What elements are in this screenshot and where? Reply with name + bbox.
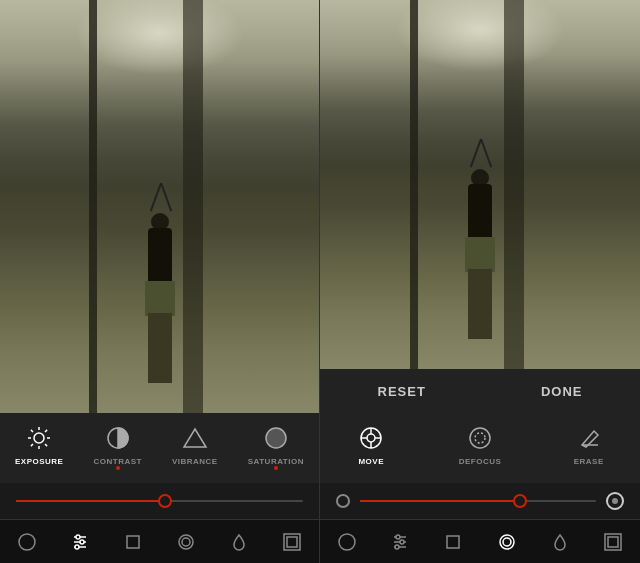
svg-point-12 bbox=[19, 534, 35, 550]
tool-erase[interactable]: ERASE bbox=[558, 419, 620, 470]
person-leg-left bbox=[148, 313, 160, 383]
erase-label: ERASE bbox=[574, 457, 604, 466]
right-person-leg-left bbox=[468, 269, 480, 339]
left-slider-fill bbox=[16, 500, 165, 502]
tool-saturation[interactable]: SATURATION bbox=[242, 419, 310, 470]
svg-point-39 bbox=[395, 545, 399, 549]
svg-point-42 bbox=[503, 538, 511, 546]
contrast-label: CONTRAST bbox=[93, 457, 141, 466]
svg-point-11 bbox=[266, 428, 286, 448]
tool-vibrance[interactable]: VIBRANCE bbox=[166, 419, 224, 470]
left-nav-drop[interactable] bbox=[223, 526, 255, 558]
right-slider-area bbox=[320, 483, 640, 519]
saturation-dot bbox=[274, 466, 278, 470]
reset-button[interactable]: RESET bbox=[358, 376, 446, 407]
right-nav-frame[interactable] bbox=[597, 526, 629, 558]
defocus-icon bbox=[465, 423, 495, 453]
svg-point-37 bbox=[396, 535, 400, 539]
svg-rect-44 bbox=[608, 537, 618, 547]
right-nav-overlay[interactable] bbox=[491, 526, 523, 558]
svg-point-16 bbox=[76, 535, 80, 539]
left-nav-adjust[interactable] bbox=[64, 526, 96, 558]
vibrance-label: VIBRANCE bbox=[172, 457, 218, 466]
exposure-label: EXPOSURE bbox=[15, 457, 63, 466]
svg-point-25 bbox=[367, 434, 375, 442]
defocus-label: DEFOCUS bbox=[459, 457, 502, 466]
right-slider-thumb[interactable] bbox=[513, 494, 527, 508]
saturation-icon bbox=[261, 423, 291, 453]
right-nav-crop[interactable] bbox=[437, 526, 469, 558]
left-panel: EXPOSURE CONTRAST VIBRANCE bbox=[0, 0, 320, 563]
contrast-icon bbox=[103, 423, 133, 453]
right-panel-header: RESET DONE bbox=[320, 369, 640, 413]
person-silhouette bbox=[130, 213, 190, 413]
svg-point-21 bbox=[182, 538, 190, 546]
right-slider-fill bbox=[360, 500, 520, 502]
left-slider-area bbox=[0, 483, 319, 519]
erase-icon bbox=[574, 423, 604, 453]
right-person-shorts bbox=[465, 237, 495, 272]
right-tools-bar: MOVE DEFOCUS ERASE bbox=[320, 413, 640, 483]
done-button[interactable]: DONE bbox=[521, 376, 603, 407]
left-nav-filter[interactable] bbox=[11, 526, 43, 558]
tool-defocus[interactable]: DEFOCUS bbox=[443, 419, 518, 470]
svg-rect-19 bbox=[127, 536, 139, 548]
svg-point-17 bbox=[80, 540, 84, 544]
svg-line-5 bbox=[31, 430, 33, 432]
svg-point-41 bbox=[500, 535, 514, 549]
right-slider-min bbox=[336, 494, 350, 508]
saturation-label: SATURATION bbox=[248, 457, 304, 466]
vibrance-icon bbox=[180, 423, 210, 453]
right-panel: RESET DONE MOVE bbox=[320, 0, 640, 563]
left-nav-overlay[interactable] bbox=[170, 526, 202, 558]
svg-point-0 bbox=[34, 433, 44, 443]
svg-line-8 bbox=[31, 444, 33, 446]
right-person-body bbox=[468, 184, 492, 239]
right-nav-filter[interactable] bbox=[331, 526, 363, 558]
svg-rect-23 bbox=[287, 537, 297, 547]
svg-point-18 bbox=[75, 545, 79, 549]
left-bottom-nav bbox=[0, 519, 319, 563]
svg-line-7 bbox=[45, 430, 47, 432]
left-nav-crop[interactable] bbox=[117, 526, 149, 558]
svg-point-31 bbox=[475, 433, 485, 443]
right-nav-drop[interactable] bbox=[544, 526, 576, 558]
left-tools-bar: EXPOSURE CONTRAST VIBRANCE bbox=[0, 413, 319, 483]
person-body bbox=[148, 228, 172, 283]
right-bottom-nav bbox=[320, 519, 640, 563]
right-slider-track[interactable] bbox=[360, 500, 596, 502]
right-slider-max bbox=[606, 492, 624, 510]
svg-marker-10 bbox=[184, 429, 206, 447]
svg-line-6 bbox=[45, 444, 47, 446]
svg-point-38 bbox=[400, 540, 404, 544]
move-label: MOVE bbox=[358, 457, 384, 466]
left-slider-thumb[interactable] bbox=[158, 494, 172, 508]
right-photo-area bbox=[320, 0, 640, 369]
svg-point-30 bbox=[470, 428, 490, 448]
right-person-silhouette bbox=[450, 169, 510, 369]
tool-contrast[interactable]: CONTRAST bbox=[87, 419, 147, 470]
left-photo-area bbox=[0, 0, 319, 413]
svg-point-33 bbox=[339, 534, 355, 550]
tool-exposure[interactable]: EXPOSURE bbox=[9, 419, 69, 470]
tool-move[interactable]: MOVE bbox=[340, 419, 402, 470]
right-nav-adjust[interactable] bbox=[384, 526, 416, 558]
exposure-icon bbox=[24, 423, 54, 453]
right-photo-image bbox=[320, 0, 640, 369]
person-shorts bbox=[145, 281, 175, 316]
contrast-dot bbox=[116, 466, 120, 470]
right-person-leg-right bbox=[480, 269, 492, 339]
svg-rect-40 bbox=[447, 536, 459, 548]
left-slider-track[interactable] bbox=[16, 500, 303, 502]
left-photo-image bbox=[0, 0, 319, 413]
person-leg-right bbox=[160, 313, 172, 383]
svg-point-20 bbox=[179, 535, 193, 549]
left-nav-frame[interactable] bbox=[276, 526, 308, 558]
move-icon bbox=[356, 423, 386, 453]
